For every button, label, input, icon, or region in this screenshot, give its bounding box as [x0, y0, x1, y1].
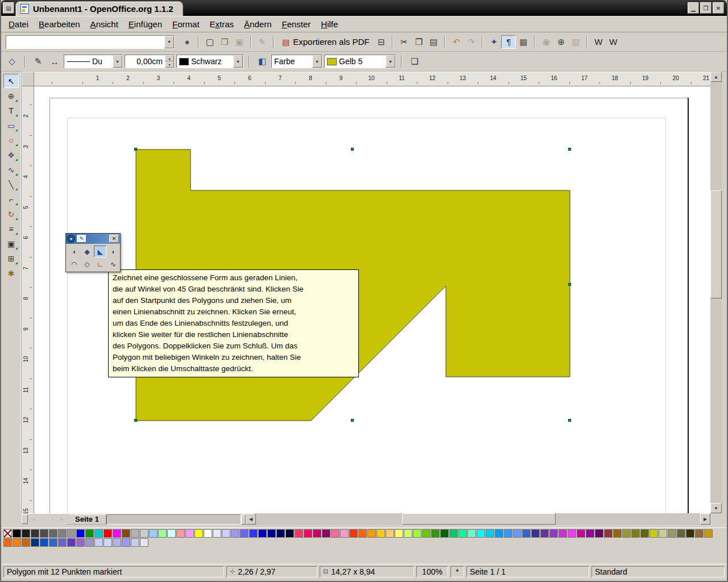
color-swatch[interactable]	[85, 529, 94, 538]
color-swatch[interactable]	[413, 529, 421, 538]
zoom-level[interactable]: 100%	[416, 566, 448, 577]
color-swatch[interactable]	[349, 529, 358, 538]
color-swatch[interactable]	[40, 529, 48, 538]
navigator-icon[interactable]: ✦	[486, 35, 501, 49]
drawing-canvas[interactable]: ▾ ✎ ✕ ◖◆◣◗◠◇∟∿ Zeichnet eine geschlossen…	[34, 86, 710, 513]
page-style[interactable]: Standard	[592, 566, 725, 577]
zoom-icon[interactable]: ⊕	[553, 35, 568, 49]
system-menu-button[interactable]: ▤	[3, 2, 14, 14]
color-swatch[interactable]	[331, 529, 340, 538]
line-width-field[interactable]: 0,00cm ▴ ▾	[125, 55, 175, 68]
no-fill-swatch[interactable]	[3, 529, 12, 538]
color-swatch[interactable]	[659, 529, 667, 538]
object-size[interactable]: ⊡14,27 x 8,94	[320, 566, 414, 577]
whats-this-icon[interactable]: W	[591, 35, 606, 49]
color-swatch[interactable]	[586, 529, 594, 538]
color-swatch[interactable]	[540, 529, 549, 538]
chevron-down-icon[interactable]: ▾	[386, 55, 395, 68]
color-swatch[interactable]	[668, 529, 676, 538]
color-swatch[interactable]	[176, 529, 185, 538]
stop-loading-icon[interactable]: ●	[180, 35, 195, 49]
color-swatch[interactable]	[267, 529, 276, 538]
selection-handle[interactable]	[351, 148, 354, 151]
freeform-icon[interactable]: ∿	[107, 258, 119, 270]
color-swatch[interactable]	[58, 529, 67, 538]
color-swatch[interactable]	[513, 529, 522, 538]
arrange-icon[interactable]: ▣	[3, 236, 19, 251]
undo-icon[interactable]: ↶	[449, 35, 464, 49]
color-swatch[interactable]	[195, 529, 203, 538]
color-swatch[interactable]	[113, 538, 121, 547]
color-swatch[interactable]	[22, 529, 30, 538]
chevron-down-icon[interactable]: ▾	[67, 235, 75, 243]
polygon-filled-icon[interactable]: ◆	[81, 246, 93, 257]
color-swatch[interactable]	[595, 529, 603, 538]
menu-bearbeiten[interactable]: Bearbeiten	[34, 17, 85, 31]
color-swatch[interactable]	[322, 529, 330, 538]
color-swatch[interactable]	[377, 529, 385, 538]
page-tab-seite-1[interactable]: Seite 1	[66, 514, 106, 525]
page-indicator[interactable]: Seite 1 / 1	[466, 566, 589, 577]
color-swatch[interactable]	[604, 529, 613, 538]
curves-floating-toolbar[interactable]: ▾ ✎ ✕ ◖◆◣◗◠◇∟∿	[65, 233, 121, 272]
scroll-right-icon[interactable]: ▶	[700, 513, 710, 525]
horizontal-scrollbar[interactable]: ◀ ▶	[246, 513, 710, 525]
spin-up-icon[interactable]: ▴	[165, 55, 174, 61]
menu-datei[interactable]: Datei	[3, 17, 34, 31]
color-swatch[interactable]	[49, 538, 57, 547]
color-swatch[interactable]	[140, 529, 148, 538]
color-swatch[interactable]	[76, 529, 85, 538]
polygon-icon[interactable]: ◇	[81, 258, 93, 270]
color-swatch[interactable]	[240, 529, 249, 538]
color-swatch[interactable]	[104, 529, 112, 538]
freeform-filled-icon[interactable]: ◗	[107, 246, 119, 257]
color-swatch[interactable]	[76, 538, 85, 547]
selection-handle[interactable]	[568, 283, 571, 286]
color-swatch[interactable]	[185, 529, 194, 538]
color-swatch[interactable]	[49, 529, 57, 538]
color-swatch[interactable]	[431, 529, 440, 538]
color-swatch[interactable]	[422, 529, 431, 538]
polygon45-filled-icon[interactable]: ◣	[94, 246, 106, 257]
scroll-left-icon[interactable]: ◀	[246, 513, 256, 525]
gallery-icon[interactable]: ▦	[516, 35, 531, 49]
scroll-up-icon[interactable]: ▲	[710, 72, 722, 82]
text-icon[interactable]: T	[3, 103, 19, 118]
color-swatch[interactable]	[258, 529, 267, 538]
color-swatch[interactable]	[158, 529, 167, 538]
chevron-down-icon[interactable]: ▾	[164, 36, 174, 48]
color-swatch[interactable]	[704, 529, 713, 538]
color-swatch[interactable]	[22, 538, 30, 547]
color-swatch[interactable]	[313, 529, 321, 538]
curve-icon[interactable]: ∿	[3, 163, 19, 177]
edit-icon[interactable]: ✎	[77, 235, 86, 243]
cursor-position[interactable]: ⊹2,26 / 2,97	[226, 566, 317, 577]
vertical-scrollbar[interactable]: ▲ ▼	[710, 72, 722, 513]
insert-icon[interactable]: ⊞	[3, 251, 19, 265]
color-swatch[interactable]	[613, 529, 622, 538]
color-swatch[interactable]	[67, 529, 76, 538]
menu-aendern[interactable]: Ändern	[239, 17, 276, 31]
color-swatch[interactable]	[131, 529, 139, 538]
color-swatch[interactable]	[213, 529, 221, 538]
polygon45-icon[interactable]: ∟	[94, 258, 106, 270]
color-swatch[interactable]	[67, 538, 76, 547]
curve-filled-icon[interactable]: ◖	[68, 246, 80, 257]
menu-format[interactable]: Format	[167, 17, 205, 31]
color-swatch[interactable]	[13, 529, 21, 538]
color-swatch[interactable]	[149, 529, 158, 538]
color-swatch[interactable]	[522, 529, 531, 538]
alignment-icon[interactable]: ≡	[3, 222, 19, 236]
selection-handle[interactable]	[134, 148, 137, 151]
color-swatch[interactable]	[504, 529, 512, 538]
area-dialog-icon[interactable]: ◧	[255, 55, 270, 68]
line-dialog-icon[interactable]: ✎	[31, 55, 46, 68]
horizontal-ruler[interactable]: 123456789101112131415161718192021	[34, 72, 710, 86]
color-swatch[interactable]	[94, 538, 103, 547]
color-swatch[interactable]	[640, 529, 649, 538]
color-swatch[interactable]	[468, 529, 476, 538]
close-button[interactable]: ✕	[713, 2, 724, 14]
line-style-select[interactable]: Du ▾	[64, 55, 123, 68]
title-bar[interactable]: ▤ Unbenannt1 - OpenOffice.org 1.1.2 ▁ ❐ …	[1, 0, 727, 16]
effects-rotate-icon[interactable]: ↻	[3, 207, 19, 221]
